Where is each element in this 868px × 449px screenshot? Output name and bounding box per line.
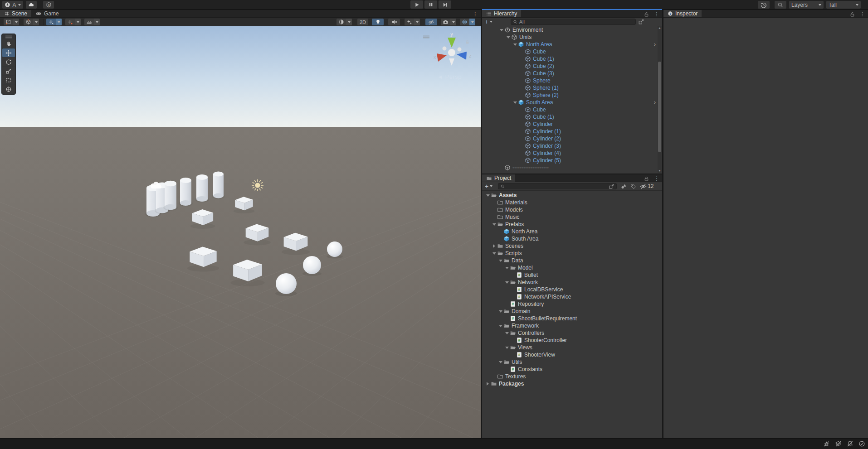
lock-icon[interactable] <box>849 11 855 17</box>
project-item[interactable]: ShooterController <box>482 337 662 344</box>
expand-arrow[interactable] <box>512 99 518 106</box>
perspective-label[interactable]: ◄ Persp <box>437 73 462 80</box>
progress-ok-icon[interactable] <box>858 440 865 447</box>
hierarchy-item[interactable]: Cube (3) <box>482 70 662 77</box>
project-item[interactable]: Repository <box>482 300 662 308</box>
hierarchy-item[interactable]: Cylinder (5) <box>482 157 662 164</box>
step-button[interactable] <box>439 0 451 9</box>
rect-tool-button[interactable] <box>2 76 15 84</box>
grid-snapping-toggle[interactable] <box>46 19 62 25</box>
tool-handle-rotation-dropdown[interactable] <box>24 19 39 25</box>
orientation-gizmo[interactable]: y x z <box>431 32 473 73</box>
search-button[interactable] <box>775 1 786 9</box>
hierarchy-scrollbar[interactable]: ▲ ▼ <box>658 26 662 173</box>
picker-icon[interactable] <box>609 183 614 189</box>
inspector-kebab-icon[interactable]: ⋮ <box>860 11 865 17</box>
project-item[interactable]: South Area <box>482 235 662 242</box>
notifications-muted-icon[interactable] <box>847 440 853 447</box>
axis-y-cone[interactable] <box>448 38 456 48</box>
project-search-field[interactable] <box>498 183 617 189</box>
effects-dropdown[interactable] <box>405 19 420 25</box>
cache-server-disabled-icon[interactable] <box>835 440 842 447</box>
scene-lighting-toggle[interactable] <box>372 19 384 25</box>
hierarchy-item[interactable]: Cylinder (3) <box>482 142 662 150</box>
scroll-up-arrow[interactable]: ▲ <box>658 26 662 30</box>
expand-arrow[interactable] <box>497 322 503 329</box>
camera-settings-dropdown[interactable] <box>441 19 456 25</box>
layers-dropdown[interactable]: Layers <box>789 1 824 9</box>
project-item[interactable]: Domain <box>482 308 662 315</box>
project-item[interactable]: Views <box>482 344 662 351</box>
tab-hierarchy[interactable]: Hierarchy <box>482 10 521 17</box>
expand-arrow[interactable] <box>504 264 510 271</box>
hierarchy-item[interactable]: Cube (2) <box>482 63 662 70</box>
hidden-packages-toggle[interactable]: 12 <box>640 183 653 190</box>
hierarchy-item[interactable]: Sphere <box>482 77 662 84</box>
hierarchy-item[interactable]: Cylinder (2) <box>482 135 662 142</box>
gizmos-dropdown[interactable] <box>460 19 475 25</box>
project-item[interactable]: Scripts <box>482 250 662 257</box>
expand-arrow[interactable] <box>497 308 503 315</box>
hierarchy-item[interactable]: -------------------- <box>482 164 662 171</box>
hierarchy-item[interactable]: Cylinder <box>482 121 662 128</box>
hierarchy-item[interactable]: Sphere (2) <box>482 92 662 99</box>
tab-game[interactable]: Game <box>31 10 63 17</box>
project-item[interactable]: Scenes <box>482 242 662 250</box>
undo-history-button[interactable] <box>758 1 770 9</box>
project-item[interactable]: ShootBulletRequirement <box>482 315 662 322</box>
project-item[interactable]: Controllers <box>482 329 662 337</box>
expand-arrow[interactable] <box>491 242 497 250</box>
project-item[interactable]: Data <box>482 257 662 264</box>
snap-increment-dropdown[interactable] <box>65 19 81 25</box>
hierarchy-item[interactable]: Units <box>482 34 662 41</box>
measure-dropdown[interactable] <box>84 19 100 25</box>
gizmo-lock-icon[interactable] <box>464 39 470 45</box>
layout-dropdown[interactable]: Tall <box>826 1 861 9</box>
scene-viewport[interactable]: y x z ◄ Persp <box>0 26 481 438</box>
create-object-button[interactable]: + <box>485 19 493 24</box>
hierarchy-search-field[interactable] <box>511 19 636 25</box>
search-by-label-button[interactable] <box>630 183 636 189</box>
project-search-input[interactable] <box>507 183 608 189</box>
hierarchy-item[interactable]: Cube <box>482 48 662 55</box>
expand-arrow[interactable] <box>505 34 511 41</box>
hierarchy-item[interactable]: Sphere (1) <box>482 84 662 92</box>
project-item[interactable]: Music <box>482 213 662 221</box>
create-asset-button[interactable]: + <box>485 183 493 189</box>
expand-arrow[interactable] <box>504 344 510 351</box>
overlay-drag-handle[interactable] <box>2 35 15 39</box>
expand-arrow[interactable] <box>497 257 503 264</box>
lock-icon[interactable] <box>644 176 649 182</box>
scroll-down-arrow[interactable]: ▼ <box>658 169 662 173</box>
project-item[interactable]: Utils <box>482 358 662 366</box>
expand-arrow[interactable] <box>491 221 497 228</box>
expand-arrow[interactable] <box>491 250 497 257</box>
project-item[interactable]: Bullet <box>482 271 662 279</box>
prefab-open-chevron[interactable]: › <box>654 41 656 48</box>
project-kebab-icon[interactable]: ⋮ <box>654 175 659 182</box>
hierarchy-kebab-icon[interactable]: ⋮ <box>654 11 659 17</box>
project-item[interactable]: Prefabs <box>482 221 662 228</box>
scrollbar-thumb[interactable] <box>658 62 661 152</box>
project-item[interactable]: LocalDBService <box>482 286 662 293</box>
hierarchy-search-input[interactable] <box>519 19 634 24</box>
prefab-open-chevron[interactable]: › <box>654 99 656 106</box>
axis-z-cone[interactable] <box>457 52 467 60</box>
tab-scene[interactable]: Scene <box>0 10 31 17</box>
expand-arrow[interactable] <box>485 192 491 199</box>
search-by-type-button[interactable] <box>621 183 627 189</box>
lock-icon[interactable] <box>644 11 649 17</box>
project-item[interactable]: Assets <box>482 192 662 199</box>
scene-visibility-toggle[interactable] <box>425 19 437 25</box>
2d-toggle[interactable]: 2D <box>357 19 368 25</box>
project-item[interactable]: NetworkAPIService <box>482 293 662 300</box>
expand-arrow[interactable] <box>497 358 503 366</box>
cloud-services-button[interactable] <box>26 1 37 9</box>
hierarchy-item[interactable]: Cube (1) <box>482 113 662 121</box>
project-item[interactable]: Framework <box>482 322 662 329</box>
hierarchy-item[interactable]: South Area› <box>482 99 662 106</box>
hierarchy-item[interactable]: Cylinder (4) <box>482 150 662 157</box>
tab-project[interactable]: Project <box>482 174 515 182</box>
plastic-scm-button[interactable] <box>43 1 54 9</box>
account-button[interactable]: A <box>2 1 23 9</box>
